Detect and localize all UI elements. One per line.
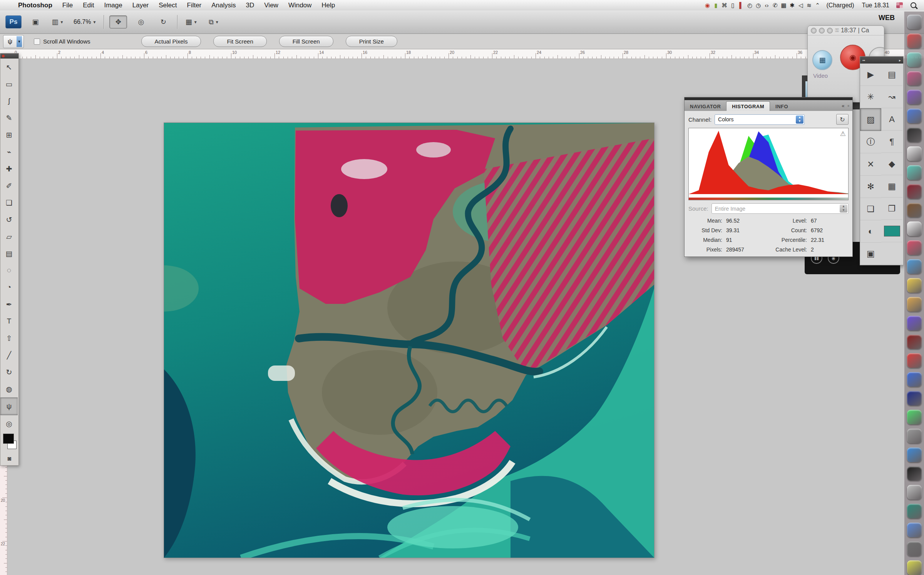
tab-navigator[interactable]: NAVIGATOR	[685, 102, 726, 111]
menu-filter[interactable]: Filter	[182, 2, 207, 9]
dock-app-icon-29[interactable]	[907, 541, 922, 556]
source-select[interactable]: Entire Image ▲▼	[711, 203, 849, 214]
settings-wheel-icon[interactable]: ✳	[860, 86, 881, 108]
bluetooth-icon[interactable]: ✱	[788, 0, 797, 10]
pen-tool-button[interactable]: ✒	[0, 296, 18, 313]
zoom-level-control[interactable]: 66.7%▼	[72, 16, 98, 28]
tool-preset-picker[interactable]: ψ ▼	[3, 35, 24, 48]
dodge-tool-button[interactable]: ◔	[0, 279, 18, 296]
3d-orbit-tool-button[interactable]: ◍	[0, 381, 18, 397]
panel-menu-icon[interactable]: ▫	[847, 103, 849, 109]
brush-panel-icon[interactable]: ◐	[860, 220, 881, 243]
dock-app-icon-5[interactable]	[907, 90, 922, 104]
dock-app-icon-25[interactable]	[907, 466, 922, 481]
dock-app-icon-8[interactable]	[907, 146, 922, 161]
dock-app-icon-26[interactable]	[907, 485, 922, 500]
hand-tool-icon[interactable]: ✥	[109, 15, 127, 28]
photos-panel-icon[interactable]: ▤	[881, 64, 902, 86]
dock-app-icon-10[interactable]	[907, 184, 922, 199]
time-machine-icon[interactable]: ◴	[746, 0, 754, 10]
video-button[interactable]: ▦	[812, 50, 832, 70]
sync-clock-icon[interactable]: ◷	[754, 0, 763, 10]
refresh-histogram-button[interactable]: ↻	[836, 114, 849, 125]
crop-frames-icon[interactable]: ▦	[881, 175, 902, 198]
history-brush-tool-button[interactable]: ↺	[0, 211, 18, 228]
dock-app-icon-13[interactable]	[907, 240, 922, 255]
histogram-plot[interactable]: ⚠	[688, 128, 849, 200]
window-close-icon[interactable]	[811, 28, 817, 34]
recording-badge-icon[interactable]: ◉	[703, 0, 712, 10]
dock-app-icon-30[interactable]	[907, 560, 922, 575]
dock-app-icon-19[interactable]	[907, 353, 922, 368]
healing-brush-tool-button[interactable]: ✚	[0, 160, 18, 177]
color-swatch[interactable]	[881, 220, 902, 242]
battery-app-icon[interactable]: ▮	[712, 0, 720, 10]
dock-app-icon-12[interactable]	[907, 221, 922, 236]
dock-app-icon-3[interactable]	[907, 52, 922, 67]
paragraph-panel-icon[interactable]: ¶	[881, 131, 902, 153]
displays-icon[interactable]: ▦	[780, 0, 788, 10]
motion-panel-icon[interactable]: ↝	[881, 86, 902, 108]
dock-app-icon-1[interactable]	[907, 15, 922, 29]
level-indicator-icon[interactable]: ▌	[737, 0, 746, 10]
spray-gear-icon[interactable]: ✻	[860, 176, 881, 198]
foreground-color-swatch[interactable]	[3, 434, 14, 444]
panel-frame-strip[interactable]	[685, 97, 852, 100]
image-panel-icon[interactable]: ▨	[860, 108, 881, 131]
tab-histogram[interactable]: HISTOGRAM	[726, 101, 770, 111]
phone-icon[interactable]: ✆	[771, 0, 780, 10]
menu-help[interactable]: Help	[316, 2, 340, 9]
menu-edit[interactable]: Edit	[78, 2, 99, 9]
script-brackets-icon[interactable]: ‹›	[763, 0, 771, 10]
arrange-documents-icon[interactable]: ▦▼	[183, 16, 200, 28]
dock-expand-icon[interactable]: ▸	[899, 58, 901, 62]
cpu-menu-icon[interactable]: ⌘	[720, 0, 729, 10]
dock-app-icon-18[interactable]	[907, 335, 922, 349]
cached-data-warning-icon[interactable]: ⚠	[840, 130, 846, 138]
panel-collapse-icon[interactable]: «	[842, 103, 844, 109]
menu-clock[interactable]: Tue 18.31	[859, 2, 892, 9]
menu-3d[interactable]: 3D	[241, 2, 259, 9]
eraser-tool-button[interactable]: ▱	[0, 228, 18, 245]
input-language-icon[interactable]	[896, 2, 903, 8]
dock-app-icon-4[interactable]	[907, 71, 922, 86]
eyedropper-tool-button[interactable]: ⌁	[0, 143, 18, 160]
camera-panel-icon[interactable]: ▣	[860, 243, 881, 265]
zoom-tool-icon[interactable]: ◎	[132, 16, 149, 28]
play-panel-icon[interactable]: ▶	[860, 64, 881, 86]
photoshop-logo[interactable]: Ps	[5, 15, 22, 28]
menu-layer[interactable]: Layer	[127, 2, 154, 9]
font-pen-icon[interactable]: A	[881, 108, 902, 131]
dock-app-icon-2[interactable]	[907, 34, 922, 48]
tool-palette-header[interactable]	[0, 54, 18, 59]
fit-screen-button[interactable]: Fit Screen	[213, 36, 266, 47]
rotate-view-icon[interactable]: ↻	[155, 16, 172, 28]
menu-photoshop[interactable]: Photoshop	[13, 2, 57, 9]
dock-app-icon-15[interactable]	[907, 278, 922, 293]
zoom-tool-button[interactable]: ◎	[0, 415, 18, 432]
dock-app-icon-11[interactable]	[907, 203, 922, 218]
dock-app-icon-21[interactable]	[907, 391, 922, 406]
blur-tool-button[interactable]: ◌	[0, 262, 18, 279]
menu-image[interactable]: Image	[99, 2, 127, 9]
3d-rotate-tool-button[interactable]: ↻	[0, 364, 18, 381]
pages-panel-icon[interactable]: ❐	[881, 198, 902, 220]
menu-file[interactable]: File	[57, 2, 78, 9]
dock-app-icon-24[interactable]	[907, 448, 922, 462]
dock-app-icon-14[interactable]	[907, 259, 922, 274]
horizontal-ruler[interactable]: 0246810121416182022242628303234363840	[0, 49, 924, 59]
tab-info[interactable]: INFO	[770, 102, 793, 111]
menu-select[interactable]: Select	[154, 2, 182, 9]
dock-app-icon-17[interactable]	[907, 316, 922, 330]
dock-app-icon-23[interactable]	[907, 429, 922, 443]
fill-screen-button[interactable]: Fill Screen	[279, 36, 333, 47]
bridge-launcher-icon[interactable]: ▣	[27, 16, 44, 28]
panel-dock-titlebar[interactable]: ▪▪ ▸	[860, 57, 903, 64]
spotlight-icon[interactable]	[911, 2, 916, 8]
wifi-icon[interactable]: ≋	[805, 0, 814, 10]
type-tool-button[interactable]: T	[0, 313, 18, 330]
volume-icon[interactable]: ◁	[797, 0, 805, 10]
quick-selection-tool-button[interactable]: ✎	[0, 109, 18, 126]
menu-analysis[interactable]: Analysis	[206, 2, 241, 9]
print-size-button[interactable]: Print Size	[346, 36, 397, 47]
